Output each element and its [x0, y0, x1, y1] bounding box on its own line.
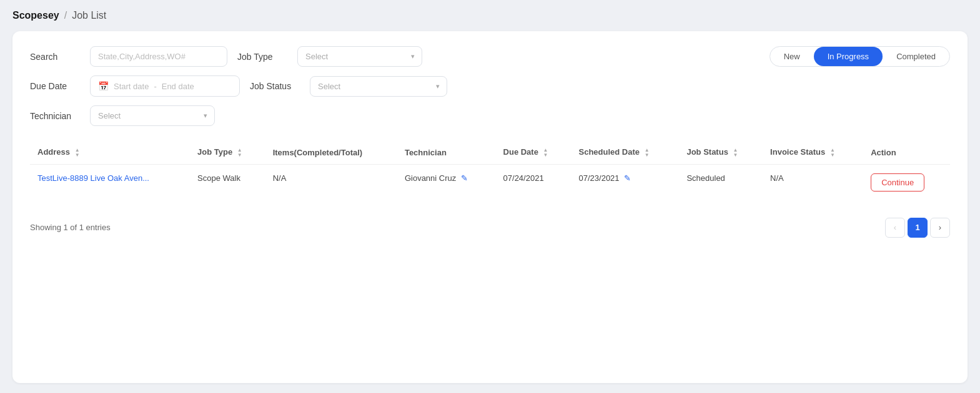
- prev-page-button[interactable]: ‹: [885, 218, 905, 238]
- table-row: TestLive-8889 Live Oak Aven... Scope Wal…: [30, 164, 950, 200]
- table-container: Address ▲ ▼ Job Type ▲ ▼: [30, 141, 950, 200]
- job-status-select[interactable]: Select: [310, 76, 447, 97]
- filter-row-2: Due Date 📅 Start date - End date Job Sta…: [30, 75, 950, 97]
- main-card: Search Job Type Select ▾ New In Progress…: [12, 31, 968, 383]
- cell-action: Continue: [863, 164, 950, 200]
- job-type-select[interactable]: Select: [297, 46, 422, 67]
- continue-button[interactable]: Continue: [871, 173, 924, 192]
- col-items: Items(Completed/Total): [265, 141, 397, 164]
- cell-items: N/A: [265, 164, 397, 200]
- sort-address-icon[interactable]: ▲ ▼: [75, 148, 80, 158]
- sort-invoicestatus-icon[interactable]: ▲ ▼: [830, 148, 835, 158]
- filter-row-3: Technician Select ▾: [30, 105, 950, 126]
- table-footer: Showing 1 of 1 entries ‹ 1 ›: [30, 213, 950, 238]
- cell-invoice-status: N/A: [763, 164, 863, 200]
- search-input[interactable]: [90, 46, 227, 67]
- breadcrumb-app: Scopesey: [12, 10, 59, 21]
- technician-name: Giovanni Cruz: [405, 173, 456, 183]
- sort-scheduleddate-icon[interactable]: ▲ ▼: [645, 148, 650, 158]
- sort-duedate-icon[interactable]: ▲ ▼: [543, 148, 548, 158]
- end-date-placeholder: End date: [162, 82, 194, 91]
- breadcrumb-page: Job List: [72, 10, 106, 21]
- cell-address: TestLive-8889 Live Oak Aven...: [30, 164, 190, 200]
- breadcrumb-separator: /: [64, 10, 67, 21]
- filters-section: Search Job Type Select ▾ New In Progress…: [30, 46, 950, 126]
- technician-label: Technician: [30, 111, 80, 121]
- start-date-placeholder: Start date: [114, 82, 149, 91]
- scheduled-date-value: 07/23/2021: [579, 173, 620, 183]
- entries-text: Showing 1 of 1 entries: [30, 223, 111, 232]
- breadcrumb: Scopesey / Job List: [12, 10, 968, 21]
- job-type-select-wrapper: Select ▾: [297, 46, 422, 67]
- table-header-row: Address ▲ ▼ Job Type ▲ ▼: [30, 141, 950, 164]
- job-status-select-wrapper: Select ▾: [310, 76, 447, 97]
- scheduled-date-edit-icon[interactable]: ✎: [624, 173, 631, 183]
- cell-job-type: Scope Walk: [190, 164, 265, 200]
- jobs-table: Address ▲ ▼ Job Type ▲ ▼: [30, 141, 950, 200]
- cell-scheduled-date: 07/23/2021 ✎: [572, 164, 680, 200]
- date-separator: -: [154, 82, 156, 91]
- job-type-label: Job Type: [237, 52, 287, 62]
- cell-technician: Giovanni Cruz ✎: [397, 164, 496, 200]
- due-date-label: Due Date: [30, 81, 80, 91]
- status-btn-completed[interactable]: Completed: [883, 47, 949, 66]
- next-page-button[interactable]: ›: [930, 218, 950, 238]
- col-technician: Technician: [397, 141, 496, 164]
- calendar-icon: 📅: [98, 81, 109, 91]
- cell-due-date: 07/24/2021: [496, 164, 572, 200]
- page-1-button[interactable]: 1: [908, 218, 928, 238]
- pagination: ‹ 1 ›: [885, 218, 950, 238]
- technician-edit-icon[interactable]: ✎: [461, 173, 468, 183]
- col-scheduled-date: Scheduled Date ▲ ▼: [572, 141, 680, 164]
- col-action: Action: [863, 141, 950, 164]
- col-job-type: Job Type ▲ ▼: [190, 141, 265, 164]
- filter-row-1: Search Job Type Select ▾ New In Progress…: [30, 46, 950, 67]
- cell-job-status: Scheduled: [679, 164, 763, 200]
- status-btn-new[interactable]: New: [770, 47, 814, 66]
- job-status-label: Job Status: [250, 81, 300, 91]
- address-link[interactable]: TestLive-8889 Live Oak Aven...: [37, 173, 149, 183]
- status-btn-inprogress[interactable]: In Progress: [814, 47, 883, 66]
- technician-select[interactable]: Select: [90, 105, 215, 126]
- search-label: Search: [30, 52, 80, 62]
- col-job-status: Job Status ▲ ▼: [679, 141, 763, 164]
- col-invoice-status: Invoice Status ▲ ▼: [763, 141, 863, 164]
- sort-jobstatus-icon[interactable]: ▲ ▼: [733, 148, 738, 158]
- sort-jobtype-icon[interactable]: ▲ ▼: [237, 148, 242, 158]
- technician-select-wrapper: Select ▾: [90, 105, 215, 126]
- col-address: Address ▲ ▼: [30, 141, 190, 164]
- col-due-date: Due Date ▲ ▼: [496, 141, 572, 164]
- status-button-group: New In Progress Completed: [770, 46, 950, 67]
- date-range-input[interactable]: 📅 Start date - End date: [90, 75, 240, 97]
